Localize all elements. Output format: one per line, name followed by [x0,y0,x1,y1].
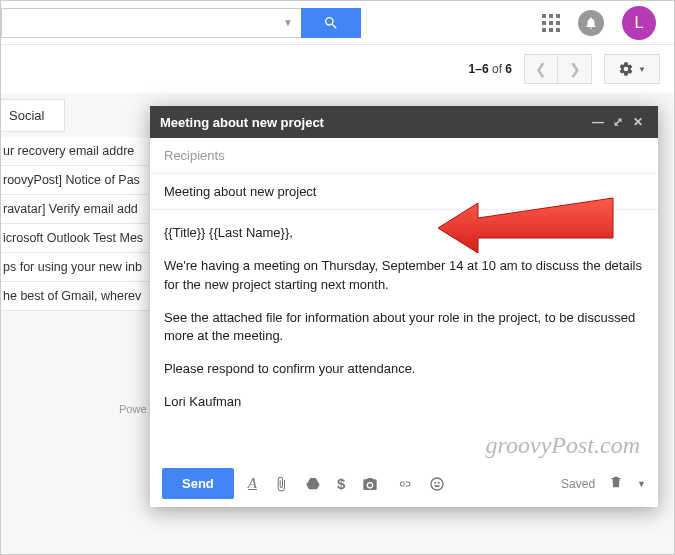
subject-field[interactable]: Meeting about new project [150,174,658,210]
mail-list: ur recovery email addre roovyPost] Notic… [1,137,149,311]
top-bar: ▼ L [1,1,674,45]
list-item[interactable]: ur recovery email addre [1,137,149,166]
settings-button[interactable]: ▼ [604,54,660,84]
compose-title: Meeting about new project [160,115,324,130]
body-paragraph: See the attached file for information ab… [164,309,644,347]
search-container: ▼ [1,8,361,38]
photo-icon[interactable] [361,476,379,492]
gear-icon [618,61,634,77]
tab-social[interactable]: Social [1,99,65,132]
page-range: 1–6 [469,62,489,76]
notifications-button[interactable] [578,10,604,36]
compose-body[interactable]: {{Title}} {{Last Name}}, We're having a … [150,210,658,460]
expand-icon[interactable]: ⤢ [608,115,628,129]
next-page-button[interactable]: ❯ [558,54,592,84]
watermark-text: groovyPost.com [486,432,640,459]
body-signature: Lori Kaufman [164,393,644,412]
user-avatar[interactable]: L [622,6,656,40]
close-icon[interactable]: ✕ [628,115,648,129]
powered-by-text: Powe [119,403,147,415]
compose-window: Meeting about new project — ⤢ ✕ Recipien… [150,106,658,507]
emoji-icon[interactable] [429,476,445,492]
discard-button[interactable] [609,474,623,494]
prev-page-button[interactable]: ❮ [524,54,558,84]
search-icon [323,15,339,31]
list-item[interactable]: ravatar] Verify email add [1,195,149,224]
body-paragraph: We're having a meeting on Thursday, Sept… [164,257,644,295]
bell-icon [584,16,598,30]
minimize-icon[interactable]: — [588,115,608,129]
chevron-down-icon: ▼ [638,65,646,74]
page-nav: ❮ ❯ [524,54,592,84]
search-input[interactable] [10,15,279,30]
format-toolbar: A $ [248,475,547,492]
list-item[interactable]: icrosoft Outlook Test Mes [1,224,149,253]
format-text-icon[interactable]: A [248,475,257,492]
apps-icon[interactable] [542,14,560,32]
more-options-button[interactable]: ▼ [637,479,646,489]
search-dropdown-caret[interactable]: ▼ [279,17,297,28]
compose-footer: Send A $ Saved ▼ [150,460,658,507]
search-button[interactable] [301,8,361,38]
body-paragraph: Please respond to confirm your attendanc… [164,360,644,379]
compose-titlebar[interactable]: Meeting about new project — ⤢ ✕ [150,106,658,138]
body-greeting: {{Title}} {{Last Name}}, [164,224,644,243]
send-button[interactable]: Send [162,468,234,499]
link-icon[interactable] [395,478,413,490]
search-box[interactable]: ▼ [1,8,301,38]
money-icon[interactable]: $ [337,475,345,492]
page-total: 6 [505,62,512,76]
page-count: 1–6 of 6 [469,62,512,76]
list-item[interactable]: ps for using your new inb [1,253,149,282]
attach-icon[interactable] [273,476,289,492]
page-of-word: of [492,62,502,76]
list-item[interactable]: roovyPost] Notice of Pas [1,166,149,195]
recipients-field[interactable]: Recipients [150,138,658,174]
drive-icon[interactable] [305,476,321,492]
list-toolbar: 1–6 of 6 ❮ ❯ ▼ [1,45,674,93]
saved-label: Saved [561,477,595,491]
header-icons: L [542,6,666,40]
list-item[interactable]: he best of Gmail, wherev [1,282,149,311]
